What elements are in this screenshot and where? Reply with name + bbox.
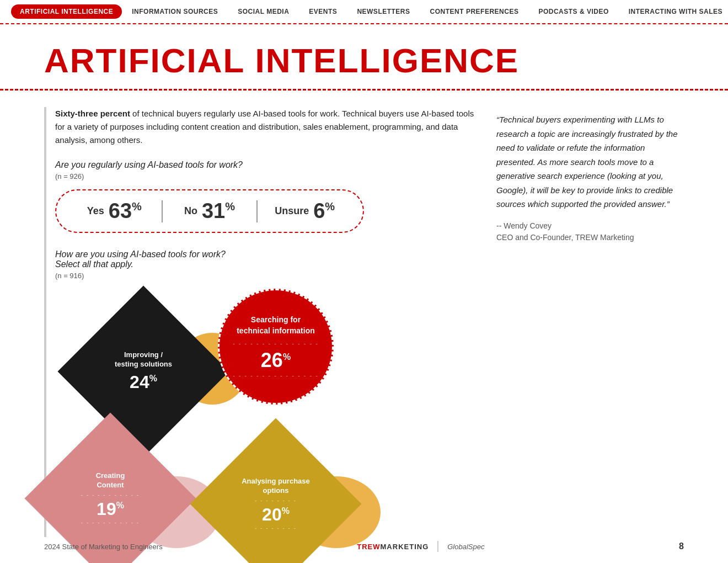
bubble-chart: Improving /testing solutions 24% Searchi… bbox=[55, 289, 397, 520]
intro-bold: Sixty-three percent bbox=[55, 109, 130, 118]
nav-item-events[interactable]: EVENTS bbox=[299, 0, 347, 24]
quote-text: “Technical buyers experimenting with LLM… bbox=[496, 113, 684, 211]
bubble-searching-inner: Searching fortechnical information - - -… bbox=[233, 315, 319, 378]
yn-no: No 31% bbox=[168, 199, 251, 223]
bubble-searching-label: Searching fortechnical information bbox=[237, 315, 315, 336]
yn-yes-value: 63% bbox=[109, 199, 142, 223]
nav-item-info[interactable]: INFORMATION SOURCES bbox=[122, 0, 228, 24]
yn-no-value: 31% bbox=[202, 199, 235, 223]
page-footer: 2024 State of Marketing to Engineers TRE… bbox=[44, 541, 684, 552]
bubble-analysing-label: Analysing purchaseoptions bbox=[242, 477, 310, 496]
footer-logos: TREWMARKETING GlobalSpec bbox=[357, 541, 484, 552]
quote-box: “Technical buyers experimenting with LLM… bbox=[496, 113, 684, 243]
main-content: Sixty-three percent of technical buyers … bbox=[0, 91, 728, 559]
quote-attribution: -- Wendy Covey CEO and Co-Founder, TREW … bbox=[496, 220, 684, 243]
yn-yes-label: Yes bbox=[87, 205, 104, 217]
nav-item-newsletters[interactable]: NEWSLETTERS bbox=[347, 0, 420, 24]
bubble-searching-pct: 26% bbox=[261, 349, 291, 372]
right-column: “Technical buyers experimenting with LLM… bbox=[496, 107, 684, 537]
yn-no-label: No bbox=[184, 205, 197, 217]
page-title: ARTIFICIAL INTELLIGENCE bbox=[44, 41, 684, 80]
chart2-question: How are you using AI-based tools for wor… bbox=[55, 249, 474, 269]
nav-item-content-prefs[interactable]: CONTENT PREFERENCES bbox=[420, 0, 529, 24]
attribution-line2: CEO and Co-Founder, TREW Marketing bbox=[496, 232, 684, 243]
logo-separator bbox=[437, 541, 438, 552]
bubble-improving-pct: 24% bbox=[130, 372, 157, 392]
nav-item-sales[interactable]: INTERACTING WITH SALES bbox=[619, 0, 728, 24]
left-column: Sixty-three percent of technical buyers … bbox=[44, 107, 474, 537]
yn-separator-2 bbox=[256, 200, 258, 222]
chart1-n: (n = 926) bbox=[55, 172, 474, 180]
yes-no-bar: Yes 63% No 31% Unsure 6% bbox=[55, 189, 364, 233]
intro-paragraph: Sixty-three percent of technical buyers … bbox=[55, 107, 474, 147]
yn-yes: Yes 63% bbox=[73, 199, 156, 223]
chart2-n: (n = 916) bbox=[55, 272, 474, 280]
chart-how-using: How are you using AI-based tools for wor… bbox=[55, 249, 474, 520]
chart-ai-usage: Are you regularly using AI-based tools f… bbox=[55, 160, 474, 233]
nav-item-ai[interactable]: ARTIFICIAL INTELLIGENCE bbox=[11, 4, 122, 19]
bubble-improving-label: Improving /testing solutions bbox=[115, 350, 172, 369]
chart1-question: Are you regularly using AI-based tools f… bbox=[55, 160, 474, 170]
section-title-bar: ARTIFICIAL INTELLIGENCE bbox=[0, 24, 728, 91]
bubble-creating-pct: 19% bbox=[97, 499, 124, 519]
trew-logo-suffix: MARKETING bbox=[381, 543, 429, 551]
globalspec-logo: GlobalSpec bbox=[447, 543, 484, 551]
page-number: 8 bbox=[679, 541, 684, 551]
yn-unsure: Unsure 6% bbox=[263, 199, 346, 223]
attribution-line1: -- Wendy Covey bbox=[496, 220, 684, 232]
yn-separator-1 bbox=[162, 200, 163, 222]
yn-unsure-value: 6% bbox=[313, 199, 335, 223]
main-nav: ARTIFICIAL INTELLIGENCE INFORMATION SOUR… bbox=[0, 0, 728, 24]
trew-logo: TREWMARKETING bbox=[357, 543, 429, 551]
nav-item-podcasts[interactable]: PODCASTS & VIDEO bbox=[528, 0, 618, 24]
bubble-analysing-pct: 20% bbox=[262, 504, 290, 525]
bubble-searching: Searching fortechnical information - - -… bbox=[218, 289, 334, 405]
bubble-creating-label: CreatingContent bbox=[96, 471, 125, 490]
nav-item-social[interactable]: SOCIAL MEDIA bbox=[228, 0, 299, 24]
yn-unsure-label: Unsure bbox=[275, 205, 309, 217]
trew-logo-text: TREW bbox=[357, 543, 380, 551]
footer-year-label: 2024 State of Marketing to Engineers bbox=[44, 543, 163, 551]
bubble-improving: Improving /testing solutions 24% bbox=[57, 285, 229, 457]
